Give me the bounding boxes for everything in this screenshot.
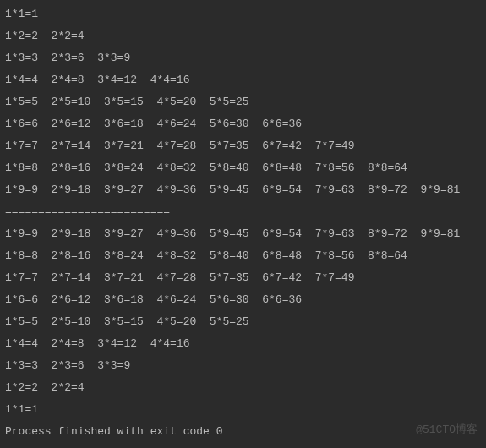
exit-code-line: Process finished with exit code 0 xyxy=(5,421,481,443)
console-output: 1*1=1 1*2=2 2*2=4 1*3=3 2*3=6 3*3=9 1*4=… xyxy=(5,3,481,443)
output-line: 1*8=8 2*8=16 3*8=24 4*8=32 5*8=40 6*8=48… xyxy=(5,157,481,179)
output-line: 1*2=2 2*2=4 xyxy=(5,377,481,399)
watermark: @51CTO博客 xyxy=(416,419,478,441)
output-line: 1*9=9 2*9=18 3*9=27 4*9=36 5*9=45 6*9=54… xyxy=(5,223,481,245)
output-line: 1*8=8 2*8=16 3*8=24 4*8=32 5*8=40 6*8=48… xyxy=(5,245,481,267)
output-line: 1*4=4 2*4=8 3*4=12 4*4=16 xyxy=(5,69,481,91)
output-line: 1*1=1 xyxy=(5,399,481,421)
output-line: 1*5=5 2*5=10 3*5=15 4*5=20 5*5=25 xyxy=(5,91,481,113)
output-line: 1*3=3 2*3=6 3*3=9 xyxy=(5,355,481,377)
output-line: 1*9=9 2*9=18 3*9=27 4*9=36 5*9=45 6*9=54… xyxy=(5,179,481,201)
separator-line: ========================= xyxy=(5,201,481,223)
output-line: 1*6=6 2*6=12 3*6=18 4*6=24 5*6=30 6*6=36 xyxy=(5,289,481,311)
output-line: 1*6=6 2*6=12 3*6=18 4*6=24 5*6=30 6*6=36 xyxy=(5,113,481,135)
output-line: 1*3=3 2*3=6 3*3=9 xyxy=(5,47,481,69)
output-line: 1*1=1 xyxy=(5,3,481,25)
output-line: 1*7=7 2*7=14 3*7=21 4*7=28 5*7=35 6*7=42… xyxy=(5,135,481,157)
output-line: 1*2=2 2*2=4 xyxy=(5,25,481,47)
output-line: 1*7=7 2*7=14 3*7=21 4*7=28 5*7=35 6*7=42… xyxy=(5,267,481,289)
output-line: 1*4=4 2*4=8 3*4=12 4*4=16 xyxy=(5,333,481,355)
output-line: 1*5=5 2*5=10 3*5=15 4*5=20 5*5=25 xyxy=(5,311,481,333)
